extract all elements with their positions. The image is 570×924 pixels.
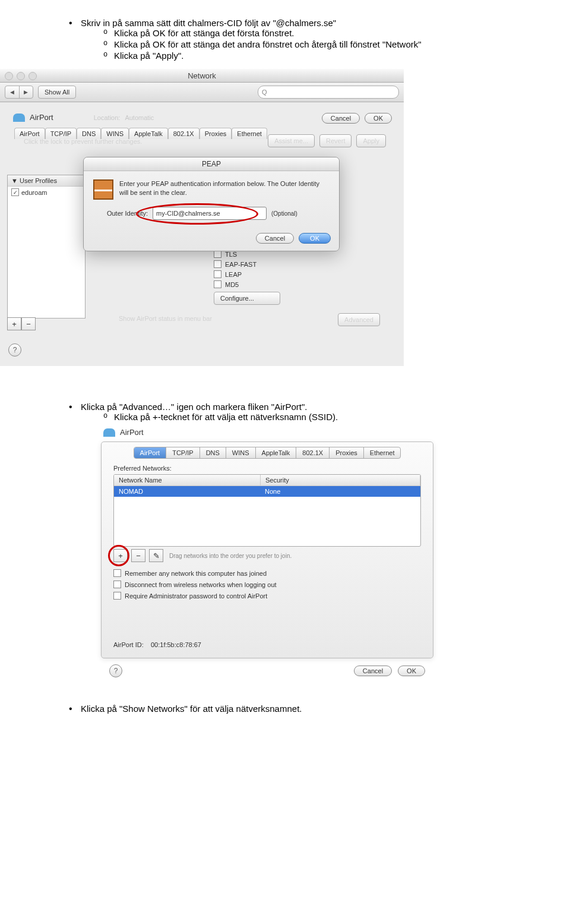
- checkbox-icon[interactable]: [214, 280, 221, 288]
- peap-message: Enter your PEAP authentication informati…: [119, 179, 330, 198]
- user-profiles-panel: ▼ User Profiles ✓ eduroam: [7, 175, 86, 318]
- outer-identity-label: Outer Identity:: [93, 210, 148, 217]
- table-edit-row: + − ✎ Drag networks into the order you p…: [113, 549, 421, 562]
- peap-ok-button[interactable]: OK: [299, 233, 331, 244]
- toolbar: ◀ ▶ Show All Q: [0, 83, 404, 102]
- option-label: Remember any network this computer has j…: [125, 570, 267, 577]
- option-label: Require Administrator password to contro…: [125, 592, 267, 600]
- tab-ethernet[interactable]: Ethernet: [364, 447, 401, 458]
- airport-header: AirPort: [101, 428, 433, 437]
- tab-bar: AirPort TCP/IP DNS WINS AppleTalk 802.1X…: [134, 447, 401, 459]
- checkbox-icon[interactable]: [113, 581, 121, 588]
- cell-security: None: [260, 486, 420, 497]
- peap-dialog: PEAP Enter your PEAP authentication info…: [83, 157, 340, 251]
- sub-item: Klicka på OK för att stänga det andra fö…: [81, 39, 505, 49]
- auth-item[interactable]: LEAP: [214, 269, 291, 279]
- screenshot-network-peap: Network ◀ ▶ Show All Q AirPort Location:…: [0, 69, 404, 366]
- tab-ethernet[interactable]: Ethernet: [232, 128, 267, 139]
- sub-item: Klicka på "Apply".: [81, 51, 505, 61]
- tab-dns[interactable]: DNS: [200, 447, 226, 458]
- tab-airport[interactable]: AirPort: [134, 447, 167, 458]
- search-input[interactable]: Q: [258, 86, 399, 99]
- option-disconnect[interactable]: Disconnect from wireless networks when l…: [113, 581, 421, 588]
- bullet-item: Klicka på "Advanced…" igen och markera f…: [65, 402, 505, 422]
- airport-label: AirPort: [120, 428, 144, 437]
- bullet-text: Klicka på "Advanced…" igen och markera f…: [81, 402, 307, 412]
- checkbox-icon[interactable]: [113, 592, 121, 600]
- blur-menubar-text: Show AirPort status in menu bar: [119, 315, 212, 322]
- bullet-text: Klicka på "Show Networks" för att välja …: [81, 704, 302, 714]
- checkbox-icon[interactable]: [113, 569, 121, 577]
- forward-icon[interactable]: ▶: [20, 86, 33, 98]
- location-label: Location:: [94, 114, 121, 121]
- remove-profile-button[interactable]: −: [21, 317, 36, 330]
- cancel-button[interactable]: Cancel: [354, 666, 392, 676]
- sub-bullets: Klicka på +-tecknet för att välja ett nä…: [81, 412, 505, 422]
- airport-icon: [103, 428, 115, 437]
- option-remember[interactable]: Remember any network this computer has j…: [113, 569, 421, 577]
- tab-8021x[interactable]: 802.1X: [296, 447, 330, 458]
- add-profile-button[interactable]: +: [7, 317, 21, 330]
- top-bullets: Skriv in på samma sätt ditt chalmers-CID…: [65, 18, 505, 61]
- mid-bullets: Klicka på "Advanced…" igen och markera f…: [65, 402, 505, 422]
- option-label: Disconnect from wireless networks when l…: [125, 581, 277, 588]
- close-icon[interactable]: [5, 72, 13, 80]
- airport-icon: [13, 113, 25, 122]
- table-row[interactable]: NOMAD None: [114, 486, 420, 497]
- drag-hint: Drag networks into the order you prefer …: [169, 553, 292, 559]
- bullet-item: Klicka på "Show Networks" för att välja …: [65, 704, 505, 714]
- show-all-button[interactable]: Show All: [38, 86, 76, 99]
- peap-cancel-button[interactable]: Cancel: [256, 233, 294, 244]
- end-bullets: Klicka på "Show Networks" för att välja …: [65, 704, 505, 714]
- assist-button[interactable]: Assist me...: [268, 134, 315, 147]
- sheet-ok-button[interactable]: OK: [365, 113, 392, 124]
- tab-proxies[interactable]: Proxies: [200, 128, 232, 139]
- add-network-button[interactable]: +: [113, 549, 128, 562]
- help-icon[interactable]: ?: [109, 664, 122, 677]
- col-security: Security: [261, 475, 420, 485]
- outer-identity-input[interactable]: my-CID@chalmers.se: [153, 207, 267, 220]
- tab-proxies[interactable]: Proxies: [330, 447, 364, 458]
- cell-network-name: NOMAD: [114, 486, 260, 497]
- remove-network-button[interactable]: −: [131, 549, 145, 562]
- user-profiles-header[interactable]: ▼ User Profiles: [8, 175, 85, 187]
- sheet-cancel-button[interactable]: Cancel: [322, 113, 360, 124]
- networks-table: Network Name Security NOMAD None: [113, 474, 421, 547]
- tab-tcpip[interactable]: TCP/IP: [166, 447, 200, 458]
- checkbox-icon[interactable]: [214, 260, 221, 268]
- sub-item: Klicka på +-tecknet för att välja ett nä…: [81, 412, 505, 422]
- ok-button[interactable]: OK: [398, 666, 425, 676]
- help-icon[interactable]: ?: [8, 343, 21, 357]
- auth-item[interactable]: EAP-FAST: [214, 259, 291, 269]
- airport-id-value: 00:1f:5b:c8:78:67: [151, 641, 201, 648]
- tab-8021x[interactable]: 802.1X: [168, 128, 200, 139]
- advanced-button[interactable]: Advanced: [338, 313, 380, 326]
- apply-button[interactable]: Apply: [356, 134, 386, 147]
- tab-wins[interactable]: WINS: [226, 447, 256, 458]
- back-icon[interactable]: ◀: [5, 86, 20, 98]
- search-icon: Q: [262, 89, 267, 96]
- auth-item[interactable]: MD5: [214, 279, 291, 289]
- zoom-icon[interactable]: [28, 72, 37, 80]
- profile-row[interactable]: ✓ eduroam: [8, 187, 85, 198]
- preferred-networks-label: Preferred Networks:: [113, 465, 421, 472]
- bullet-text: Skriv in på samma sätt ditt chalmers-CID…: [81, 18, 336, 28]
- revert-button[interactable]: Revert: [319, 134, 352, 147]
- edit-network-button[interactable]: ✎: [149, 549, 163, 562]
- option-admin[interactable]: Require Administrator password to contro…: [113, 592, 421, 600]
- nav-back-forward[interactable]: ◀ ▶: [5, 86, 33, 99]
- screenshot-airport-preferred: AirPort AirPort TCP/IP DNS WINS AppleTal…: [101, 428, 433, 683]
- location-value: Automatic: [125, 114, 154, 121]
- window-controls: [5, 72, 37, 80]
- airport-label: AirPort: [30, 113, 53, 122]
- tab-appletalk[interactable]: AppleTalk: [256, 447, 297, 458]
- bullet-item: Skriv in på samma sätt ditt chalmers-CID…: [65, 18, 505, 61]
- minimize-icon[interactable]: [17, 72, 25, 80]
- dialog-bottom-row: ? Cancel OK: [101, 658, 433, 683]
- checkbox-icon[interactable]: ✓: [11, 188, 19, 196]
- checkbox-icon[interactable]: [214, 270, 221, 278]
- profile-label: eduroam: [21, 189, 47, 196]
- sub-item: Klicka på OK för att stänga det första f…: [81, 28, 505, 38]
- configure-button[interactable]: Configure...: [214, 292, 280, 305]
- peap-title: PEAP: [84, 157, 339, 171]
